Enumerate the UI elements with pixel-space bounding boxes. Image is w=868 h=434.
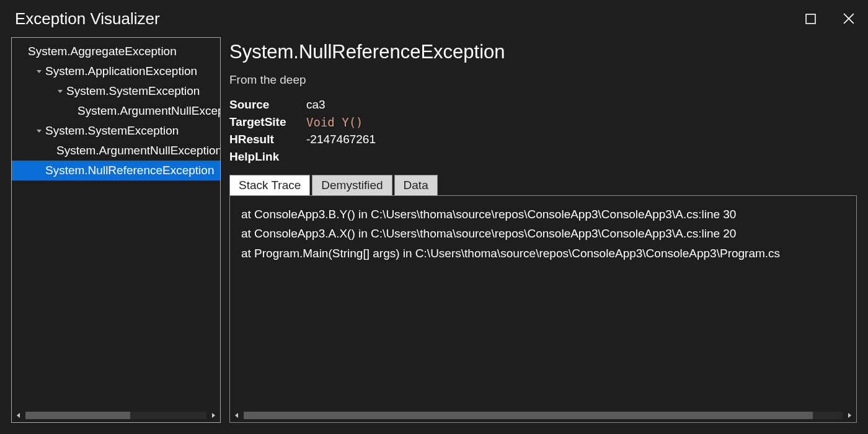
- scroll-right-icon[interactable]: [208, 410, 219, 421]
- exception-type-heading: System.NullReferenceException: [229, 41, 857, 63]
- svg-marker-4: [58, 90, 63, 93]
- svg-marker-8: [235, 413, 238, 418]
- stack-frame: at ConsoleApp3.B.Y() in C:\Users\thoma\s…: [241, 205, 845, 224]
- tree-horizontal-scrollbar[interactable]: [12, 409, 220, 422]
- scroll-left-icon[interactable]: [13, 410, 24, 421]
- helplink-label: HelpLink: [229, 150, 304, 164]
- window-title: Exception Visualizer: [15, 9, 160, 29]
- expander-icon[interactable]: [34, 68, 44, 74]
- stack-horizontal-scrollbar[interactable]: [230, 409, 856, 422]
- helplink-value: [306, 150, 857, 164]
- targetsite-label: TargetSite: [229, 115, 304, 129]
- svg-marker-7: [212, 413, 215, 418]
- tree-item-label: System.NullReferenceException: [45, 164, 214, 177]
- tree-item-label: System.ArgumentNullException: [78, 104, 220, 118]
- exception-tree-panel: System.AggregateExceptionSystem.Applicat…: [11, 37, 221, 423]
- tree-item-label: System.SystemException: [66, 84, 200, 98]
- tree-item[interactable]: System.SystemException: [12, 121, 220, 141]
- window-controls: [805, 13, 854, 24]
- tree-item-label: System.SystemException: [45, 124, 179, 138]
- targetsite-value: Void Y(): [306, 115, 857, 129]
- tree-item-label: System.ApplicationException: [45, 64, 197, 78]
- stack-trace-text[interactable]: at ConsoleApp3.B.Y() in C:\Users\thoma\s…: [230, 196, 856, 409]
- scrollbar-track[interactable]: [244, 412, 843, 419]
- stack-frame: at Program.Main(String[] args) in C:\Use…: [241, 244, 845, 263]
- tree-item[interactable]: System.SystemException: [12, 81, 220, 101]
- tree-item[interactable]: System.NullReferenceException: [12, 161, 220, 180]
- svg-marker-6: [17, 413, 20, 418]
- titlebar: Exception Visualizer: [0, 0, 868, 37]
- tree-item[interactable]: System.ArgumentNullException: [12, 101, 220, 121]
- scroll-left-icon[interactable]: [231, 410, 242, 421]
- tab-stack-trace[interactable]: Stack Trace: [229, 175, 310, 195]
- stack-frame: at ConsoleApp3.A.X() in C:\Users\thoma\s…: [241, 224, 845, 243]
- tree-item[interactable]: System.ApplicationException: [12, 61, 220, 81]
- exception-tree[interactable]: System.AggregateExceptionSystem.Applicat…: [12, 38, 220, 409]
- scrollbar-track[interactable]: [25, 412, 206, 419]
- exception-properties: Source ca3 TargetSite Void Y() HResult -…: [229, 98, 857, 164]
- window: Exception Visualizer System.AggregateExc…: [0, 0, 868, 434]
- svg-marker-3: [37, 70, 42, 73]
- scrollbar-thumb[interactable]: [244, 412, 813, 419]
- expander-icon[interactable]: [34, 128, 44, 134]
- source-value: ca3: [306, 98, 857, 112]
- tab-data[interactable]: Data: [394, 175, 438, 195]
- exception-message: From the deep: [229, 73, 857, 87]
- close-button[interactable]: [843, 13, 854, 24]
- svg-rect-0: [806, 14, 815, 24]
- hresult-label: HResult: [229, 133, 304, 146]
- tree-item-label: System.ArgumentNullException: [56, 144, 220, 157]
- tree-item[interactable]: System.ArgumentNullException: [12, 141, 220, 161]
- maximize-button[interactable]: [805, 14, 816, 24]
- tree-item-label: System.AggregateException: [28, 45, 177, 58]
- svg-marker-5: [37, 130, 42, 133]
- scroll-right-icon[interactable]: [844, 410, 855, 421]
- stack-trace-panel: at ConsoleApp3.B.Y() in C:\Users\thoma\s…: [229, 195, 857, 423]
- expander-icon[interactable]: [55, 88, 65, 94]
- tab-demystified[interactable]: Demystified: [312, 175, 392, 195]
- exception-detail-panel: System.NullReferenceException From the d…: [229, 37, 857, 423]
- hresult-value: -2147467261: [306, 133, 857, 146]
- content: System.AggregateExceptionSystem.Applicat…: [0, 37, 868, 434]
- source-label: Source: [229, 98, 304, 112]
- tree-item[interactable]: System.AggregateException: [12, 42, 220, 61]
- scrollbar-thumb[interactable]: [25, 412, 130, 419]
- detail-tabs: Stack Trace Demystified Data: [229, 175, 857, 195]
- svg-marker-9: [848, 413, 851, 418]
